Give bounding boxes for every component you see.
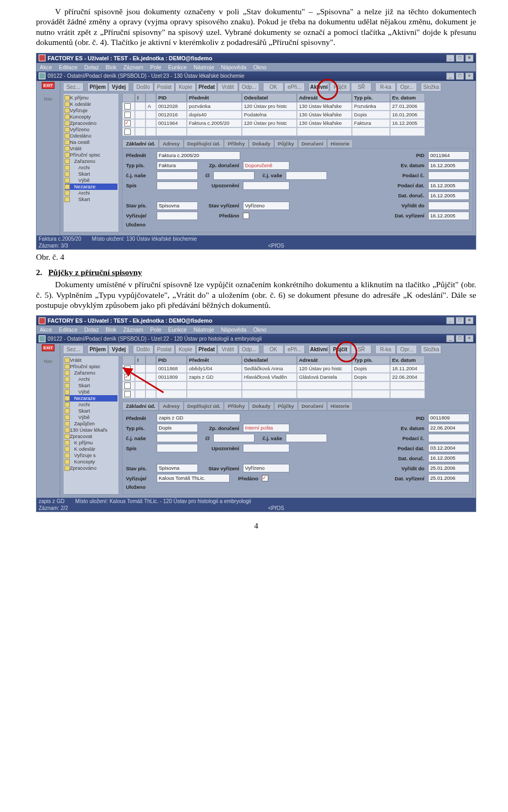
tree-node[interactable]: Archi — [65, 190, 117, 196]
btn-prijem[interactable]: Příjem — [87, 83, 108, 92]
field-vyrizuje[interactable]: Kalous Tomáš ThLic. — [157, 474, 230, 482]
btn-slozka[interactable]: Složka — [421, 345, 441, 354]
tree-node[interactable]: Vyřízeno — [65, 126, 117, 133]
btn-vratit[interactable]: Vrátit — [217, 345, 238, 354]
menu-item[interactable]: Eunkce — [168, 64, 187, 70]
field-zp[interactable]: Doporučeně — [243, 161, 289, 170]
tree-node[interactable]: Výbě — [65, 414, 117, 421]
tab-zakladni[interactable]: Základní úd. — [122, 139, 159, 148]
btn-predat[interactable]: Předat — [196, 345, 217, 354]
field-cl[interactable] — [213, 434, 255, 442]
field-upoz[interactable] — [243, 444, 289, 452]
tree-node[interactable]: Zařazeno — [65, 370, 117, 376]
menu-item[interactable]: Editace — [59, 326, 77, 333]
row-checkbox[interactable] — [124, 120, 131, 126]
btn-slozka[interactable]: Složka — [421, 83, 441, 92]
grid-row[interactable]: 0011809zapis z GD Hlaváčková VladěnGlásl… — [122, 373, 473, 381]
field-evdatum[interactable]: 22.06.2004 — [428, 424, 469, 432]
btn-aktivni[interactable]: Aktivní — [309, 345, 329, 354]
field-datdoruc[interactable]: 16.12.2005 — [428, 191, 469, 200]
btn-rka[interactable]: R-ka — [375, 83, 396, 92]
maximize-button[interactable]: □ — [456, 54, 464, 62]
tree-node[interactable]: Výbě — [65, 389, 117, 395]
tree-view[interactable]: Vrátit Příruční spisc Zařazeno Archi Ska… — [63, 355, 119, 495]
tab-doplnujici[interactable]: Doplňující úd. — [184, 139, 224, 148]
tree-node[interactable]: Vyřizuje — [65, 107, 117, 114]
btn-vratit[interactable]: Vrátit — [217, 83, 238, 92]
minimize-button[interactable]: _ — [446, 54, 455, 62]
field-predmet[interactable]: zapis z GD — [157, 414, 240, 422]
field-zp[interactable]: Interní pošta — [243, 424, 289, 432]
menu-item[interactable]: Akce — [40, 326, 52, 333]
tree-node[interactable]: Vyřizuje s — [65, 452, 117, 459]
btn-sez[interactable]: Sez... — [63, 345, 84, 354]
tab-doruceni[interactable]: Doručení — [298, 402, 327, 410]
btn-sez[interactable]: Sez... — [63, 83, 84, 92]
field-pid[interactable]: 0011964 — [428, 151, 469, 160]
field-predmet[interactable]: Faktura c.2005/20 — [157, 151, 240, 160]
tree-node[interactable]: Zpracováno — [65, 120, 117, 126]
tree-node[interactable]: Vrátit — [65, 357, 117, 363]
field-cjvase[interactable] — [286, 171, 327, 180]
menu-item[interactable]: Editace — [59, 64, 77, 70]
close-button[interactable]: × — [465, 317, 474, 324]
menu-item[interactable]: Nápověda — [221, 64, 247, 70]
menu-item[interactable]: Záznam — [123, 326, 143, 333]
tree-node[interactable]: Na cestě — [65, 139, 117, 145]
field-cjvase[interactable] — [286, 434, 327, 442]
btn-doslo[interactable]: Došlo — [133, 83, 153, 92]
tree-node[interactable]: Skart — [65, 408, 117, 414]
menu-item[interactable]: Akce — [40, 64, 52, 70]
doc-min-button[interactable]: _ — [446, 72, 455, 80]
tree-node[interactable]: K příjmu — [65, 95, 117, 101]
tree-node[interactable]: Koncepty — [65, 114, 117, 120]
tab-zakladni[interactable]: Základní úd. — [122, 402, 159, 410]
field-stavpis[interactable]: Spisovna — [157, 202, 198, 210]
grid-row[interactable]: A 0012028 pozvánka 120 Ústav pro histc 1… — [122, 102, 473, 111]
btn-epri[interactable]: ePři... — [284, 345, 305, 354]
tree-node[interactable]: Skart — [65, 382, 117, 389]
row-checkbox[interactable] — [124, 112, 131, 118]
field-spis[interactable] — [157, 181, 198, 190]
field-stavvyr[interactable]: Vyřízeno — [243, 202, 289, 210]
row-checkbox[interactable] — [124, 366, 131, 372]
row-checkbox[interactable] — [124, 103, 131, 110]
menu-item[interactable]: Záznam — [123, 64, 143, 70]
doc-max-button[interactable]: □ — [456, 335, 464, 342]
field-podacidat[interactable]: 03.12.2004 — [428, 444, 469, 452]
btn-predat[interactable]: Předat — [196, 83, 217, 92]
field-evdatum[interactable]: 16.12.2005 — [428, 161, 469, 170]
menu-item[interactable]: Okno — [253, 326, 267, 333]
checkbox-predano[interactable] — [243, 213, 249, 219]
btn-doslo[interactable]: Došlo — [133, 345, 153, 354]
grid-row[interactable]: 0011964Faktura c.2005/20 120 Ústav pro h… — [122, 119, 473, 127]
field-podacidat[interactable]: 16.12.2005 — [428, 181, 469, 190]
exit-button[interactable]: EXIT — [42, 82, 55, 89]
field-cl[interactable] — [213, 171, 255, 180]
close-button[interactable]: × — [465, 54, 474, 62]
btn-opr[interactable]: Opr... — [396, 345, 417, 354]
tree-node[interactable]: Zařazeno — [65, 158, 117, 165]
tree-node[interactable]: K příjmu — [65, 440, 117, 446]
btn-odp[interactable]: Odp... — [239, 83, 259, 92]
btn-kopie[interactable]: Kopie — [175, 83, 196, 92]
field-upoz[interactable] — [243, 181, 289, 190]
menu-item[interactable]: Nástroje — [194, 326, 214, 333]
checkbox-predano[interactable] — [262, 475, 268, 481]
menu-item[interactable]: Nápověda — [221, 326, 247, 333]
tree-node[interactable]: Zapůjčen — [65, 421, 117, 427]
tree-node[interactable]: Archi — [65, 376, 117, 382]
field-datvyr[interactable]: 25.01.2006 — [428, 474, 469, 482]
btn-prijem[interactable]: Příjem — [87, 345, 108, 354]
tree-node[interactable]: Vrátit — [65, 145, 117, 152]
menu-item[interactable]: Blok — [106, 64, 116, 70]
tab-pujcky[interactable]: Půjčky — [274, 139, 298, 148]
btn-vydej[interactable]: Výdej — [108, 345, 129, 354]
btn-kopie[interactable]: Kopie — [175, 345, 196, 354]
field-vyrizuje[interactable] — [157, 212, 198, 220]
menu-item[interactable]: Pole — [150, 64, 161, 70]
tree-node[interactable]: Odesláno — [65, 133, 117, 139]
field-stavvyr[interactable]: Vyřízeno — [243, 464, 289, 472]
btn-vydej[interactable]: Výdej — [108, 83, 129, 92]
btn-poslat[interactable]: Poslat — [154, 83, 175, 92]
